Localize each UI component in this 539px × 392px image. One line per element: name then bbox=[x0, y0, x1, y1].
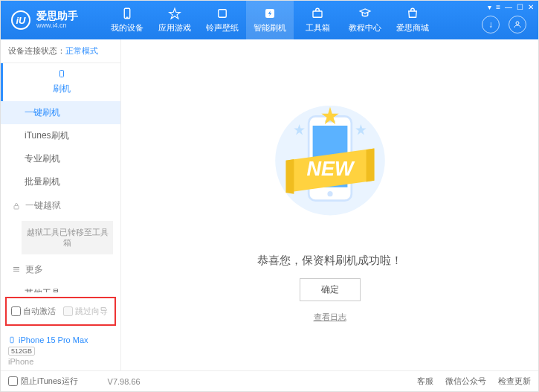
sidebar-group-flash[interactable]: 刷机 bbox=[1, 63, 120, 101]
flash-icon bbox=[263, 7, 277, 20]
confirm-button[interactable]: 确定 bbox=[300, 278, 361, 301]
checkbox-block-itunes[interactable]: 阻止iTunes运行 bbox=[8, 376, 78, 387]
success-message: 恭喜您，保资料刷机成功啦！ bbox=[257, 254, 402, 268]
checkbox-auto-activate[interactable]: 自动激活 bbox=[11, 306, 56, 317]
logo-icon: iU bbox=[11, 10, 30, 30]
tutorials-icon bbox=[358, 7, 372, 20]
toolbox-icon bbox=[311, 7, 324, 20]
close-icon[interactable]: ✕ bbox=[528, 3, 534, 11]
options-highlight-box: 自动激活 跳过向导 bbox=[5, 297, 116, 326]
phone-icon bbox=[57, 69, 66, 78]
svg-text:NEW: NEW bbox=[306, 158, 355, 180]
nav-toolbox[interactable]: 工具箱 bbox=[294, 1, 341, 39]
nav-store[interactable]: 爱思商城 bbox=[389, 1, 436, 39]
store-icon bbox=[406, 7, 419, 20]
device-status: 设备连接状态：正常模式 bbox=[1, 39, 120, 63]
success-illustration: NEW bbox=[263, 87, 397, 243]
settings-icon[interactable]: ≡ bbox=[496, 3, 500, 11]
version-label: V7.98.66 bbox=[108, 377, 141, 386]
svg-rect-4 bbox=[313, 11, 322, 17]
svg-marker-18 bbox=[285, 159, 294, 194]
svg-point-15 bbox=[327, 191, 332, 196]
sidebar: 设备连接状态：正常模式 刷机 一键刷机 iTunes刷机 专业刷机 批量刷机 一… bbox=[1, 39, 121, 370]
svg-rect-11 bbox=[10, 337, 13, 343]
menu-icon[interactable]: ▾ bbox=[488, 3, 491, 11]
nav-ringtones[interactable]: 铃声壁纸 bbox=[199, 1, 246, 39]
main-content: NEW 恭喜您，保资料刷机成功啦！ 确定 查看日志 bbox=[121, 39, 538, 370]
svg-rect-6 bbox=[60, 71, 64, 77]
maximize-icon[interactable]: ☐ bbox=[517, 3, 523, 11]
sidebar-item-oneclick[interactable]: 一键刷机 bbox=[1, 101, 120, 124]
sidebar-item-batch[interactable]: 批量刷机 bbox=[1, 170, 120, 193]
minimize-icon[interactable]: — bbox=[505, 3, 512, 11]
apps-icon bbox=[168, 7, 181, 20]
window-controls: ▾ ≡ — ☐ ✕ bbox=[488, 3, 534, 11]
view-log-link[interactable]: 查看日志 bbox=[314, 312, 346, 323]
device-small-icon bbox=[8, 335, 16, 345]
logo: iU 爱思助手 www.i4.cn bbox=[1, 10, 88, 30]
app-title: 爱思助手 bbox=[36, 10, 78, 22]
sidebar-group-more[interactable]: 更多 bbox=[1, 257, 120, 282]
device-icon bbox=[120, 7, 134, 20]
svg-rect-2 bbox=[219, 10, 227, 18]
footer-link-wechat[interactable]: 微信公众号 bbox=[445, 376, 486, 387]
svg-point-5 bbox=[516, 22, 519, 25]
app-url: www.i4.cn bbox=[36, 22, 78, 30]
app-header: iU 爱思助手 www.i4.cn 我的设备 应用游戏 铃声壁纸 智能刷机 bbox=[1, 1, 538, 39]
ringtones-icon bbox=[216, 7, 229, 20]
sidebar-item-itunes[interactable]: iTunes刷机 bbox=[1, 124, 120, 147]
download-button[interactable]: ↓ bbox=[482, 16, 500, 33]
sidebar-group-jailbreak: 一键越狱 bbox=[1, 193, 120, 218]
svg-rect-7 bbox=[14, 205, 19, 209]
nav-apps[interactable]: 应用游戏 bbox=[151, 1, 199, 39]
nav-my-device[interactable]: 我的设备 bbox=[103, 1, 151, 39]
footer-link-support[interactable]: 客服 bbox=[417, 376, 433, 387]
nav-tutorials[interactable]: 教程中心 bbox=[341, 1, 389, 39]
footer: 阻止iTunes运行 V7.98.66 客服 微信公众号 检查更新 bbox=[1, 370, 538, 391]
sidebar-item-pro[interactable]: 专业刷机 bbox=[1, 147, 120, 170]
jailbreak-note: 越狱工具已转移至工具箱 bbox=[22, 221, 113, 254]
top-nav: 我的设备 应用游戏 铃声壁纸 智能刷机 工具箱 教程中心 bbox=[103, 1, 436, 39]
checkbox-skip-wizard[interactable]: 跳过向导 bbox=[63, 306, 108, 317]
footer-link-update[interactable]: 检查更新 bbox=[498, 376, 531, 387]
svg-marker-19 bbox=[366, 149, 374, 182]
sidebar-item-othertools[interactable]: 其他工具 bbox=[1, 282, 120, 292]
nav-smart-flash[interactable]: 智能刷机 bbox=[246, 1, 294, 39]
more-icon bbox=[12, 265, 21, 274]
device-info[interactable]: iPhone 15 Pro Max 512GB iPhone bbox=[1, 330, 120, 370]
lock-icon bbox=[12, 202, 21, 211]
user-button[interactable] bbox=[509, 16, 526, 33]
